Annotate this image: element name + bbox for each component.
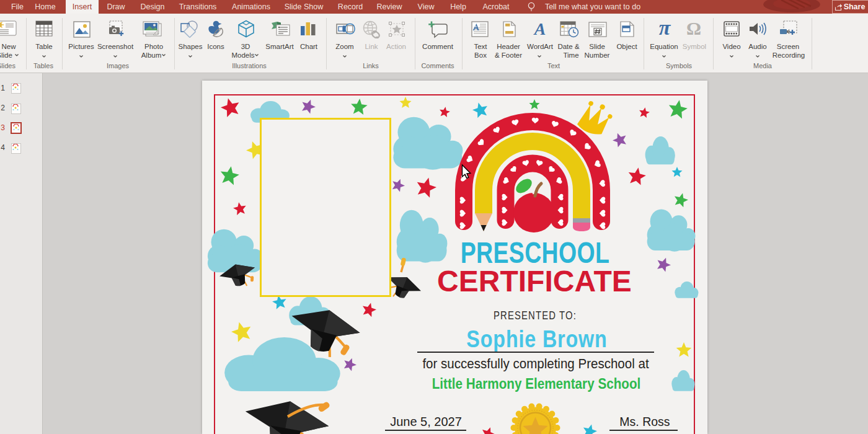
svg-text:Ω: Ω [686, 20, 701, 37]
svg-text:A: A [533, 21, 546, 37]
svg-text:π: π [659, 19, 671, 38]
